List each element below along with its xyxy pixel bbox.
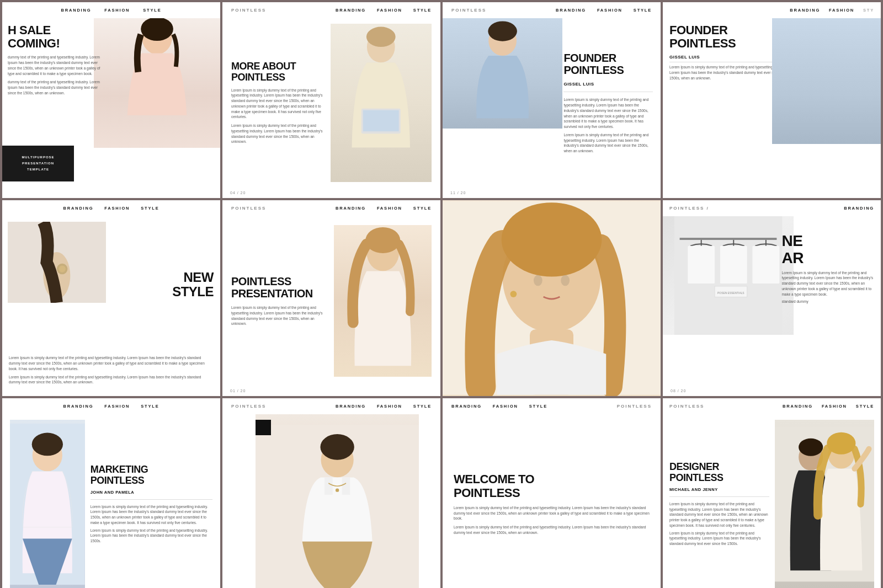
nav-style-r1c3: STYLE — [634, 8, 652, 13]
hangers-photo: POSEN ESSENTIALS — [663, 216, 794, 335]
nav-style-r3c1: STYLE — [141, 404, 159, 409]
nav-style: STYLE — [143, 8, 161, 13]
nav-branding-r2c4: BRANDING — [844, 206, 874, 211]
designer-body1: Lorem Ipsum is simply dummy text of the … — [669, 501, 769, 528]
new-ar-body1: Lorem Ipsum is simply dummy text of the … — [781, 270, 875, 297]
brand-tag-r2c2: POINTLESS — [231, 206, 266, 211]
divider-r3c4 — [669, 496, 769, 497]
slide-r3c4: POINTLESS BRANDING FASHION STYLE DESIGNE… — [663, 398, 881, 588]
slide-r2c2-nav: POINTLESS BRANDING FASHION STYLE — [222, 200, 440, 216]
tank-top-photo — [256, 414, 419, 588]
page-number-r2c2: 01 / 20 — [230, 389, 246, 393]
nav-items-r1c3: BRANDING FASHION STYLE — [556, 8, 652, 13]
slide-r3c3: BRANDING FASHION STYLE POINTLESS WELCOME… — [443, 398, 661, 588]
slide-r3c2-nav: POINTLESS BRANDING FASHION STYLE — [222, 398, 440, 414]
slide-grid: BRANDING FASHION STYLE — [0, 0, 883, 588]
presentation-text: POINTLESSPRESENTATION Lorem Ipsum is sim… — [231, 225, 329, 377]
partial-new-ar-text: NEAR Lorem Ipsum is simply dummy text of… — [776, 227, 881, 310]
nav-fashion-r1c4: FASHION — [829, 8, 854, 13]
svg-point-37 — [320, 434, 354, 460]
designer-text: DESIGNERPOINTLESS MICHAEL AND JENNY Lore… — [669, 420, 769, 588]
nav-branding-r3c1: BRANDING — [63, 404, 94, 409]
brand-tag-r3c4: POINTLESS — [669, 404, 704, 409]
brand-tag-r3c3: POINTLESS — [617, 404, 652, 409]
svg-rect-27 — [752, 246, 779, 284]
svg-point-43 — [827, 432, 855, 455]
nav-fashion-r3c3: FASHION — [493, 404, 518, 409]
designer-subtitle: MICHAEL AND JENNY — [669, 487, 769, 492]
slide-r2c1: BRANDING FASHION STYLE NEWSTYLE Lorem Ip… — [2, 200, 220, 396]
slide-r2c4-content: POSEN ESSENTIALS NEAR Lorem Ipsum is sim… — [663, 216, 881, 386]
slide-r1c1: BRANDING FASHION STYLE — [2, 2, 220, 198]
nav-sty-r1c4: STY — [863, 8, 874, 13]
more-about-text: MORE ABOUTPOINTLESS Lorem Ipsum is simpl… — [231, 24, 324, 182]
svg-point-16 — [534, 275, 542, 286]
nav-items-r3c4: BRANDING FASHION STYLE — [783, 404, 874, 409]
slide-r2c2-content: POINTLESSPRESENTATION Lorem Ipsum is sim… — [222, 216, 440, 386]
nav-items-r1c2: BRANDING FASHION STYLE — [336, 8, 432, 13]
nav-branding-r3c3: BRANDING — [451, 404, 482, 409]
more-about-photo — [331, 24, 432, 182]
marketing-title: MARKETINGPOINTLESS — [91, 464, 212, 487]
nav-items-r3c2: BRANDING FASHION STYLE — [336, 404, 432, 409]
black-square-accent — [256, 420, 271, 435]
partial-photo — [772, 18, 881, 144]
page-number-r1c2: 04 / 20 — [230, 191, 246, 195]
slide-r1c4-nav: BRANDING FASHION STY — [663, 2, 881, 18]
nav-style-r3c3: STYLE — [529, 404, 547, 409]
divider-r1c3 — [563, 92, 653, 92]
founder-body1: Lorem Ipsum is simply dummy text of the … — [563, 97, 653, 130]
slide-r2c3 — [443, 200, 661, 396]
slide-r2c1-content: NEWSTYLE Lorem Ipsum is simply dummy tex… — [2, 216, 220, 396]
presentation-body: Lorem Ipsum is simply dummy text of the … — [231, 305, 329, 327]
slide-r3c3-nav: BRANDING FASHION STYLE POINTLESS — [443, 398, 661, 414]
slide-r1c3: POINTLESS BRANDING FASHION STYLE FOUN — [443, 2, 661, 198]
blonde-photo-full — [443, 200, 661, 396]
nav-style-r2c2: STYLE — [413, 206, 432, 211]
nav-fashion-r2c2: FASHION — [377, 206, 402, 211]
svg-point-3 — [366, 27, 396, 47]
slide-r1c1-title-area: H SALECOMING! dummy text of the printing… — [8, 24, 106, 96]
welcome-title: WELCOME TOPOINTLESS — [454, 473, 650, 499]
nav-branding-r2c2: BRANDING — [336, 206, 366, 211]
page-number-r2c4: 08 / 20 — [671, 389, 686, 393]
new-style-body2: Lorem Ipsum is simply dummy text of the … — [9, 375, 214, 386]
founder-title: FOUNDERPOINTLESS — [563, 52, 653, 76]
slide-r1c2-footer: 04 / 20 — [222, 188, 440, 198]
marketing-text: MARKETINGPOINTLESS JOHN AND PAMELA Lorem… — [91, 420, 212, 588]
founder-body2: Lorem Ipsum is simply dummy text of the … — [563, 132, 653, 154]
slide-r3c1: BRANDING FASHION STYLE — [2, 398, 220, 588]
slide-r1c1-content: H SALECOMING! dummy text of the printing… — [2, 18, 220, 198]
nav-branding: BRANDING — [61, 8, 92, 13]
nav-fashion-r3c4: FASHION — [822, 404, 847, 409]
slide-r1c3-content: FOUNDERPOINTLESS GISSEL LUIS Lorem Ipsum… — [443, 18, 661, 188]
svg-rect-5 — [363, 110, 399, 132]
svg-point-41 — [799, 439, 823, 456]
svg-rect-23 — [688, 246, 715, 284]
new-ar-body2: standard dummy — [781, 299, 875, 304]
slide-r2c4-nav: POINTLESS / BRANDING — [663, 200, 881, 216]
nav-fashion-r1c3: FASHION — [597, 8, 623, 13]
slide-r3c1-content: MARKETINGPOINTLESS JOHN AND PAMELA Lorem… — [2, 414, 220, 588]
brand-tag-r3c2: POINTLESS — [231, 404, 266, 409]
marketing-body2: Lorem Ipsum is simply dummy text of the … — [91, 528, 212, 544]
slide-r2c2-footer: 01 / 20 — [222, 386, 440, 396]
big-sale-title: H SALECOMING! — [8, 24, 106, 50]
slide-r1c2-nav: POINTLESS BRANDING FASHION STYLE — [222, 2, 440, 18]
svg-rect-25 — [720, 246, 747, 284]
page-number-r1c3: 11 / 20 — [450, 191, 466, 195]
nav-branding-r1c2: BRANDING — [336, 8, 366, 13]
new-style-body-area: Lorem Ipsum is simply dummy text of the … — [9, 355, 214, 385]
more-about-body1: Lorem Ipsum is simply dummy text of the … — [231, 88, 324, 120]
presentation-photo — [334, 225, 432, 377]
nav-branding-r2c1: BRANDING — [63, 206, 94, 211]
slide-r3c4-content: DESIGNERPOINTLESS MICHAEL AND JENNY Lore… — [663, 414, 881, 588]
presentation-title: POINTLESSPRESENTATION — [231, 275, 329, 300]
slide-r1c4: BRANDING FASHION STY FOUNDERPOINTLESS GI… — [663, 2, 881, 198]
founder-subtitle: GISSEL LUIS — [563, 82, 653, 87]
nav-fashion-r2c1: FASHION — [104, 206, 130, 211]
more-about-title: MORE ABOUTPOINTLESS — [231, 61, 324, 83]
slide-r1c3-nav: POINTLESS BRANDING FASHION STYLE — [443, 2, 661, 18]
nav-branding-r1c4: BRANDING — [790, 8, 820, 13]
slide-r1c4-content: FOUNDERPOINTLESS GISSEL LUIS Lorem Ipsum… — [663, 18, 881, 198]
